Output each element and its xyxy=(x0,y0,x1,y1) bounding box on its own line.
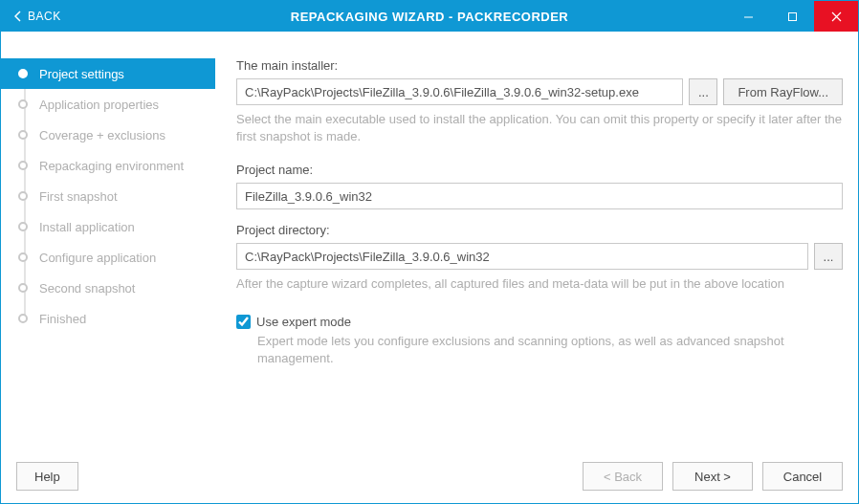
help-button[interactable]: Help xyxy=(16,462,78,491)
step-coverage-exclusions[interactable]: Coverage + exclusions xyxy=(1,120,215,150)
project-directory-input[interactable] xyxy=(236,243,808,270)
from-rayflow-button[interactable]: From RayFlow... xyxy=(723,78,843,105)
browse-directory-button[interactable]: ... xyxy=(814,243,843,270)
step-label: Second snapshot xyxy=(39,281,135,296)
expert-mode-label: Use expert mode xyxy=(256,315,351,329)
step-second-snapshot[interactable]: Second snapshot xyxy=(1,273,215,303)
step-label: Repackaging environment xyxy=(39,159,184,173)
window-controls xyxy=(726,1,858,32)
step-label: Project settings xyxy=(39,67,124,81)
project-directory-hint: After the capture wizard completes, all … xyxy=(236,275,843,293)
step-project-settings[interactable]: Project settings xyxy=(1,58,215,89)
footer-bar: Help < Back Next > Cancel xyxy=(1,449,858,503)
step-label: Configure application xyxy=(39,251,156,265)
minimize-button[interactable] xyxy=(726,1,770,32)
maximize-button[interactable] xyxy=(770,1,814,32)
cancel-button[interactable]: Cancel xyxy=(762,462,843,491)
title-bar: BACK REPACKAGING WIZARD - PACKRECORDER xyxy=(1,1,858,32)
content-area: Project settings Application properties … xyxy=(1,32,858,449)
next-nav-button[interactable]: Next > xyxy=(672,462,753,491)
chevron-left-icon xyxy=(14,11,22,22)
step-label: Coverage + exclusions xyxy=(39,128,165,142)
step-repackaging-environment[interactable]: Repackaging environment xyxy=(1,150,215,181)
close-icon xyxy=(831,11,842,22)
window-title: REPACKAGING WIZARD - PACKRECORDER xyxy=(291,10,568,24)
browse-installer-button[interactable]: ... xyxy=(689,78,717,105)
back-button[interactable]: BACK xyxy=(1,1,75,32)
step-first-snapshot[interactable]: First snapshot xyxy=(1,181,215,211)
back-nav-button[interactable]: < Back xyxy=(583,462,663,491)
step-configure-application[interactable]: Configure application xyxy=(1,242,215,273)
project-name-label: Project name: xyxy=(236,163,843,177)
wizard-steps-sidebar: Project settings Application properties … xyxy=(1,32,215,449)
expert-mode-hint: Expert mode lets you configure exclusion… xyxy=(236,333,843,367)
back-label: BACK xyxy=(28,10,61,23)
step-label: Install application xyxy=(39,220,135,234)
step-label: Application properties xyxy=(39,98,159,112)
installer-path-input[interactable] xyxy=(236,78,683,105)
step-label: Finished xyxy=(39,312,86,326)
main-panel: The main installer: ... From RayFlow... … xyxy=(215,32,858,449)
installer-hint: Select the main executable used to insta… xyxy=(236,111,843,145)
close-button[interactable] xyxy=(814,1,858,32)
installer-label: The main installer: xyxy=(236,58,843,73)
svg-rect-1 xyxy=(788,12,796,20)
step-label: First snapshot xyxy=(39,189,118,204)
expert-mode-checkbox[interactable] xyxy=(236,315,251,329)
project-directory-label: Project directory: xyxy=(236,223,843,237)
step-application-properties[interactable]: Application properties xyxy=(1,89,215,120)
step-install-application[interactable]: Install application xyxy=(1,211,215,242)
step-finished[interactable]: Finished xyxy=(1,303,215,334)
minimize-icon xyxy=(743,11,754,22)
maximize-icon xyxy=(787,11,798,22)
project-name-input[interactable] xyxy=(236,183,843,209)
